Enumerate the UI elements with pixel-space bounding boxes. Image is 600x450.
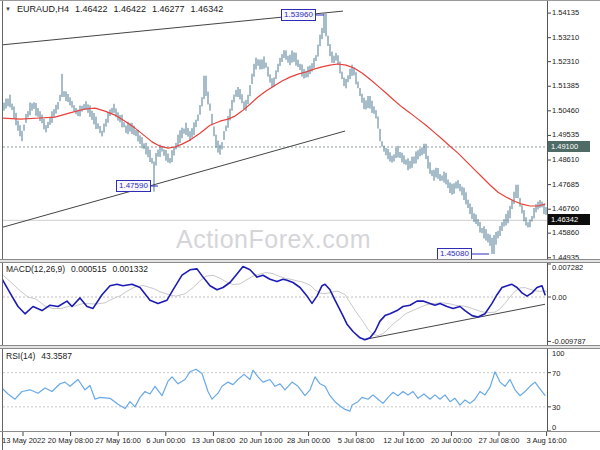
time-axis-label: 20 May 08:00 <box>47 436 95 445</box>
rsi-axis-label: 100 <box>552 349 565 358</box>
panel-separator[interactable] <box>0 345 600 349</box>
macd-value: 0.000515 <box>71 264 106 274</box>
chart-window: ActionForex.com ▼ EURAUD,H4 1.46422 1.46… <box>0 0 600 450</box>
ohlc-high: 1.46422 <box>114 4 147 14</box>
time-axis-label: 5 Jul 08:00 <box>332 436 380 445</box>
price-axis-label: 1.52310 <box>552 57 579 66</box>
rsi-value: 43.3587 <box>41 351 72 361</box>
time-axis-label: 6 Jun 00:00 <box>142 436 190 445</box>
rsi-name: RSI(14) <box>6 351 35 361</box>
ohlc-close: 1.46342 <box>191 4 224 14</box>
macd-name: MACD(12,26,9) <box>6 264 65 274</box>
panel-separator[interactable] <box>0 259 600 263</box>
time-axis-label: 20 Jul 00:00 <box>427 436 475 445</box>
price-annotation-resistance: 1.53960 <box>281 9 316 21</box>
macd-axis-label: 0.00 <box>552 293 567 302</box>
time-axis-label: 28 Jun 00:00 <box>285 436 333 445</box>
rsi-axis-label: 30 <box>552 403 560 412</box>
symbol-ohlc-header: ▼ EURAUD,H4 1.46422 1.46422 1.46277 1.46… <box>5 4 223 14</box>
price-axis-label: 1.46760 <box>552 204 579 213</box>
price-axis-label: 1.49535 <box>552 130 579 139</box>
price-annotation-support: 1.47590 <box>116 180 151 192</box>
time-axis-label: 20 Jun 16:00 <box>237 436 285 445</box>
price-axis-label: 1.47685 <box>552 180 579 189</box>
time-axis-label: 3 Aug 16:00 <box>523 436 571 445</box>
macd-indicator-label: MACD(12,26,9) 0.000515 0.001332 <box>6 264 148 274</box>
rsi-axis-label: 70 <box>552 369 560 378</box>
rsi-indicator-label: RSI(14) 43.3587 <box>6 351 72 361</box>
chart-left-border <box>2 1 3 450</box>
chart-canvas[interactable] <box>0 1 600 450</box>
price-axis-label: 1.45860 <box>552 228 579 237</box>
time-axis-label: 13 Jun 08:00 <box>189 436 237 445</box>
time-axis-border <box>0 431 600 432</box>
axis-tag-marked-level: 1.49100 <box>548 141 590 152</box>
macd-signal-value: 0.001332 <box>113 264 148 274</box>
price-axis-label: 1.51385 <box>552 81 579 90</box>
time-axis-label: 13 May 2022 <box>2 436 45 445</box>
time-axis-label: 27 May 16:00 <box>94 436 142 445</box>
ohlc-open: 1.46422 <box>75 4 108 14</box>
macd-axis-label: 0.007282 <box>552 263 583 272</box>
symbol-label: EURAUD,H4 <box>17 4 69 14</box>
price-axis-label: 1.54135 <box>552 8 579 17</box>
price-axis-label: 1.50460 <box>552 106 579 115</box>
time-axis-label: 12 Jul 16:00 <box>380 436 428 445</box>
price-axis-label: 1.53210 <box>552 33 579 42</box>
chart-dropdown-icon[interactable]: ▼ <box>5 6 11 12</box>
time-axis-label: 27 Jul 08:00 <box>475 436 523 445</box>
axis-tag-last-price: 1.46342 <box>548 214 590 225</box>
price-axis-label: 1.48610 <box>552 155 579 164</box>
ohlc-low: 1.46277 <box>152 4 185 14</box>
